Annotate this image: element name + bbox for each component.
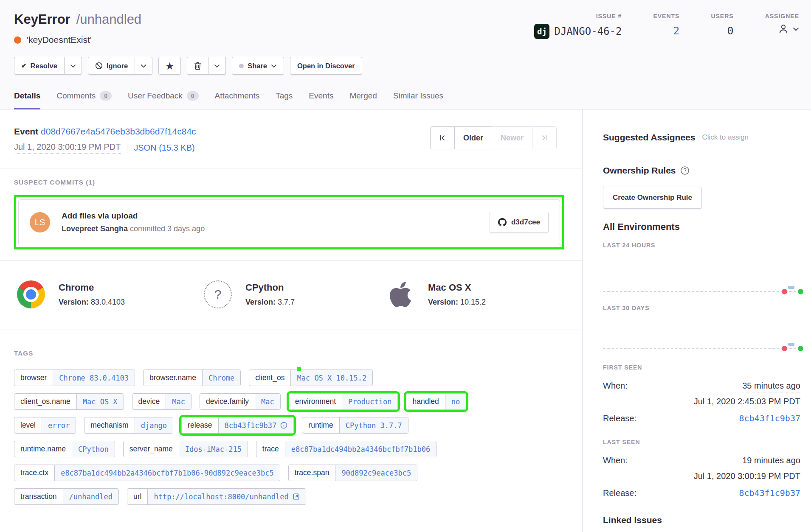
context-browser: Chrome Version: 83.0.4103 xyxy=(17,280,204,308)
sparkline-error-marker xyxy=(782,346,787,351)
when-label: When: xyxy=(603,381,628,391)
skip-to-latest-button xyxy=(532,126,557,149)
context-name: Chrome xyxy=(59,282,125,293)
tab-attachments[interactable]: Attachments xyxy=(215,91,260,109)
tab-comments[interactable]: Comments 0 xyxy=(56,91,112,109)
issue-tabs: Details Comments 0 User Feedback 0 Attac… xyxy=(14,91,443,109)
issue-number-label: ISSUE # xyxy=(596,13,622,21)
tag-row: browser Chrome 83.0.4103 browser.name Ch… xyxy=(14,370,564,386)
event-id-link[interactable]: d08d7667e4a5476eb3b3db6d7f14c84c xyxy=(41,126,196,136)
tag-row: trace.ctx e8c87ba1dc494bb2a4346bcfbf7b1b… xyxy=(14,465,564,481)
django-project-icon: dj xyxy=(534,24,549,39)
suspect-commits-section: SUSPECT COMMITS (1) LS Add files via upl… xyxy=(0,168,582,249)
tag-mechanism: mechanism django xyxy=(84,417,173,434)
last-seen-release-link[interactable]: 8cb43f1c9b37 xyxy=(739,488,801,498)
tag-row: client_os.name Mac OS X device Mac devic… xyxy=(14,393,564,410)
check-icon: ✔ xyxy=(21,62,27,70)
bookmark-star-button[interactable]: ★ xyxy=(158,57,181,75)
chevron-down-icon xyxy=(141,64,146,68)
tag-runtime: runtime CPython 3.7.7 xyxy=(302,417,408,434)
resolve-dropdown-button[interactable] xyxy=(65,57,82,75)
context-name: Mac OS X xyxy=(428,282,486,293)
resolve-button[interactable]: ✔ Resolve xyxy=(14,57,65,75)
tab-details[interactable]: Details xyxy=(14,91,40,109)
last-30-days-sparkline xyxy=(603,344,800,351)
first-seen-release-link[interactable]: 8cb43f1c9b37 xyxy=(739,413,801,423)
tag-trace-ctx: trace.ctx e8c87ba1dc494bb2a4346bcfbf7b1b… xyxy=(14,465,280,481)
stat-users: USERS 0 xyxy=(711,13,733,45)
delete-button[interactable] xyxy=(187,57,208,75)
issue-short-id: DJANGO-46-2 xyxy=(554,25,622,37)
last-seen-label: LAST SEEN xyxy=(603,439,800,445)
tag-trace-span: trace.span 90d892c9eace3bc5 xyxy=(288,465,417,481)
chevron-down-icon xyxy=(793,27,799,31)
first-seen-date: Jul 1, 2020 2:45:03 PM PDT xyxy=(603,397,800,406)
ignore-dropdown-button[interactable] xyxy=(135,57,152,75)
ignore-button[interactable]: Ignore xyxy=(88,57,135,75)
comments-count-badge: 0 xyxy=(100,91,112,101)
create-ownership-rule-button[interactable]: Create Ownership Rule xyxy=(603,187,702,209)
external-link-icon xyxy=(293,493,300,500)
tab-tags[interactable]: Tags xyxy=(276,91,293,109)
tag-device: device Mac xyxy=(132,393,191,410)
context-runtime: ? CPython Version: 3.7.7 xyxy=(204,280,386,308)
stat-issue-number: ISSUE # dj DJANGO-46-2 xyxy=(534,13,622,45)
assignee-dropdown[interactable] xyxy=(777,23,799,35)
linked-issues-heading: Linked Issues xyxy=(603,515,800,525)
tag-client-os: client_os Mac OS X 10.15.2 xyxy=(249,370,373,386)
sparkline-marker xyxy=(798,346,803,351)
apple-icon xyxy=(386,280,414,308)
issue-culprit: /unhandled xyxy=(76,12,141,27)
events-label: EVENTS xyxy=(653,13,679,20)
open-in-discover-button[interactable]: Open in Discover xyxy=(290,57,362,75)
suspect-commits-heading: SUSPECT COMMITS (1) xyxy=(14,179,564,186)
delete-dropdown-button[interactable] xyxy=(208,57,226,75)
tag-device-family: device.family Mac xyxy=(200,393,281,410)
tab-events[interactable]: Events xyxy=(309,91,333,109)
tab-similar-issues[interactable]: Similar Issues xyxy=(393,91,443,109)
oldest-event-button[interactable] xyxy=(430,126,455,149)
sparkline-error-marker xyxy=(782,289,787,294)
committer-avatar: LS xyxy=(30,212,50,232)
sparkline-bar-marker xyxy=(788,343,794,346)
chevron-down-icon xyxy=(271,64,277,68)
context-name: CPython xyxy=(245,282,295,293)
os-version: 10.15.2 xyxy=(460,298,486,306)
tag-row: runtime.name CPython server_name Idos-iM… xyxy=(14,441,564,457)
event-header: Event d08d7667e4a5476eb3b3db6d7f14c84c J… xyxy=(0,109,582,168)
tag-handled: handled no xyxy=(406,393,466,410)
github-icon xyxy=(498,218,507,227)
tab-user-feedback[interactable]: User Feedback 0 xyxy=(128,91,199,109)
info-icon xyxy=(280,422,287,429)
help-circle-icon[interactable] xyxy=(680,166,690,175)
older-event-button[interactable]: Older xyxy=(454,126,492,149)
last-seen-date: Jul 1, 2020 3:00:19 PM PDT xyxy=(603,471,800,481)
tag-environment: environment Production xyxy=(289,393,398,410)
issue-stats: ISSUE # dj DJANGO-46-2 EVENTS 2 USERS 0 … xyxy=(534,13,800,45)
skip-to-last-icon xyxy=(541,134,548,141)
tag-browser: browser Chrome 83.0.4103 xyxy=(14,370,135,386)
last-30-days-label: LAST 30 DAYS xyxy=(603,305,800,311)
issue-header: KeyError /unhandled 'keyDoesntExist' ISS… xyxy=(0,0,811,109)
last-24-hours-label: LAST 24 HOURS xyxy=(603,242,800,249)
share-button[interactable]: Share xyxy=(232,57,284,75)
ownership-rules-heading: Ownership Rules xyxy=(603,165,800,176)
share-status-dot xyxy=(239,64,244,68)
issue-type-title: KeyError xyxy=(14,12,70,27)
feedback-count-badge: 0 xyxy=(187,91,199,101)
event-json-link[interactable]: JSON (15.3 KB) xyxy=(134,143,194,153)
sparkline-marker xyxy=(798,289,803,294)
click-to-assign-hint: Click to assign xyxy=(702,133,749,142)
tag-trace: trace e8c87ba1dc494bb2a4346bcfbf7b1b06 xyxy=(256,441,436,457)
tag-row: transaction /unhandled url http://localh… xyxy=(14,488,564,505)
commit-sha-button[interactable]: d3d7cee xyxy=(490,212,549,233)
tab-merged[interactable]: Merged xyxy=(349,91,377,109)
release-label: Release: xyxy=(603,488,636,498)
tag-release: release 8cb43f1c9b37 xyxy=(181,417,294,434)
last-24-hours-sparkline xyxy=(603,288,800,294)
all-environments-heading: All Environments xyxy=(603,221,800,232)
person-icon xyxy=(777,23,789,35)
error-level-dot xyxy=(14,36,21,44)
chrome-icon xyxy=(17,280,45,308)
project-issue-link[interactable]: dj DJANGO-46-2 xyxy=(534,24,622,39)
